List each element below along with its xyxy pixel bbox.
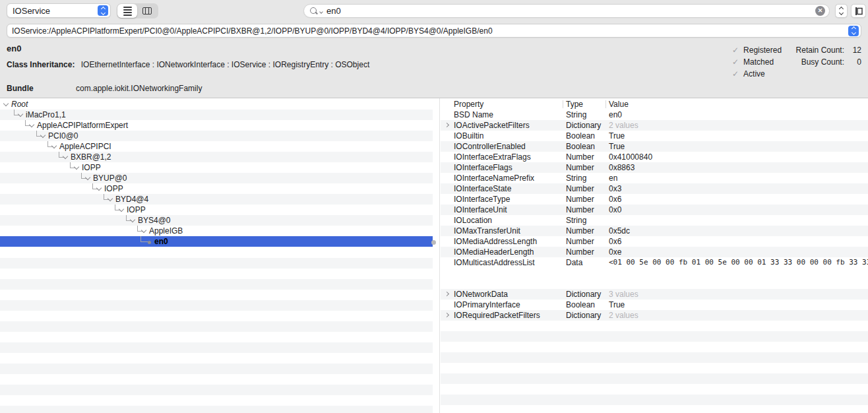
chevron-down-icon[interactable] (119, 206, 124, 212)
search-input-value[interactable]: en0 (326, 6, 815, 16)
chevron-down-icon[interactable] (74, 164, 79, 170)
column-header-type[interactable]: Type (566, 99, 609, 110)
table-row[interactable]: IOInterfaceFlags Number 0x8863 (441, 162, 868, 173)
table-row[interactable]: IOBuiltin Boolean True (441, 131, 868, 141)
chevron-down-icon[interactable] (130, 217, 135, 222)
property-cell: IOControllerEnabled (441, 141, 566, 152)
active-checkbox[interactable]: ✓ Active (732, 69, 765, 79)
table-row[interactable]: IOMediaHeaderLength Number 0xe (441, 247, 868, 257)
tree-node-bxbr[interactable]: BXBR@1,2 (0, 152, 433, 162)
tree-node-iopp-3[interactable]: IOPP (0, 205, 433, 215)
search-field[interactable]: en0 ✕ (303, 4, 830, 18)
table-row[interactable]: IOInterfaceType Number 0x6 (441, 194, 868, 205)
jump-to-result-button[interactable] (851, 4, 866, 18)
busy-count-row: Busy Count: 0 (786, 57, 861, 67)
table-row[interactable]: IOInterfaceExtraFlags Number 0x41000840 (441, 152, 868, 162)
value-cell: 0x0 (609, 205, 868, 215)
tree-node-appleacpiplatformexpert[interactable]: AppleACPIPlatformExpert (0, 120, 433, 131)
chevron-down-icon[interactable] (40, 133, 46, 138)
tree-node-appleacpipci[interactable]: AppleACPIPCI (0, 141, 433, 152)
registry-path-bar[interactable]: IOService:/AppleACPIPlatformExpert/PCI0@… (7, 24, 861, 38)
table-empty-rows (441, 321, 868, 413)
chevron-down-icon[interactable] (85, 175, 90, 180)
list-view-button[interactable] (117, 4, 137, 18)
column-header-property[interactable]: Property (441, 99, 566, 110)
table-row[interactable]: IOMulticastAddressList Data <01 00 5e 00… (441, 257, 868, 289)
registered-checkbox[interactable]: ✓ Registered (732, 46, 782, 55)
clear-search-button[interactable]: ✕ (815, 6, 825, 16)
type-cell: Boolean (566, 300, 609, 310)
value-cell: 0x3 (609, 183, 868, 194)
type-cell: Number (566, 236, 609, 247)
table-row[interactable]: IORequiredPacketFilters Dictionary 2 val… (441, 310, 868, 321)
property-cell: IOLocation (441, 215, 566, 226)
chevron-down-icon[interactable] (18, 111, 23, 117)
type-cell: Number (566, 194, 609, 205)
table-row[interactable]: IOInterfaceNamePrefix String en (441, 173, 868, 183)
table-row[interactable]: IOLocation String (441, 215, 868, 226)
tree-node-pci0[interactable]: PCI0@0 (0, 131, 433, 141)
tree-node-label: iMacPro1,1 (26, 110, 66, 119)
column-divider[interactable] (563, 100, 563, 108)
search-options-chevron-icon[interactable] (319, 10, 323, 14)
tree-node-iopp-2[interactable]: IOPP (0, 183, 433, 194)
column-divider[interactable] (605, 100, 606, 108)
chevron-down-icon[interactable] (108, 196, 113, 201)
tree-node-iopp-1[interactable]: IOPP (0, 162, 433, 173)
table-row[interactable]: IOControllerEnabled Boolean True (441, 141, 868, 152)
plane-selector[interactable]: IOService (7, 3, 111, 18)
property-cell: IOActivePacketFilters (441, 120, 566, 131)
chevron-down-icon[interactable] (96, 185, 102, 191)
table-row[interactable]: IOInterfaceUnit Number 0x0 (441, 205, 868, 215)
tree-node-root[interactable]: Root (0, 99, 433, 110)
search-result-stepper[interactable] (835, 4, 848, 18)
registered-label: Registered (743, 46, 782, 55)
column-view-button[interactable] (137, 4, 157, 18)
pane-divider[interactable] (439, 98, 440, 413)
table-row[interactable]: IOMaxTransferUnit Number 0x5dc (441, 226, 868, 236)
stepper-icon[interactable] (98, 5, 108, 16)
tree-node-bys4[interactable]: BYS4@0 (0, 215, 433, 226)
retain-count-row: Retain Count: 12 (786, 46, 861, 55)
tree-node-label: Root (11, 100, 28, 109)
chevron-down-icon[interactable] (29, 122, 34, 127)
scrollbar-thumb[interactable] (431, 240, 436, 245)
tree-node-imacpro[interactable]: iMacPro1,1 (0, 110, 433, 120)
property-cell: IOInterfaceFlags (441, 162, 566, 173)
property-cell: IOPrimaryInterface (441, 300, 566, 310)
table-row[interactable]: IONetworkData Dictionary 3 values (441, 289, 868, 300)
tree-node-en0-selected[interactable]: en0 (0, 236, 433, 247)
column-header-value[interactable]: Value (609, 99, 868, 110)
value-cell: 0x8863 (609, 162, 868, 173)
chevron-down-icon[interactable] (141, 228, 146, 233)
class-inheritance-row: Class Inheritance: IOEthernetInterface :… (7, 60, 369, 69)
path-stepper-icon[interactable] (848, 26, 859, 36)
page-title: en0 (7, 44, 21, 53)
matched-checkbox[interactable]: ✓ Matched (732, 57, 774, 67)
type-cell: String (566, 215, 609, 226)
value-cell: 0x6 (609, 236, 868, 247)
type-cell: Number (566, 247, 609, 257)
chevron-down-icon[interactable] (51, 143, 57, 148)
chevron-down-icon[interactable] (3, 101, 9, 106)
table-row[interactable]: IOPrimaryInterface Boolean True (441, 300, 868, 310)
type-cell: Dictionary (566, 310, 609, 321)
tree-node-byup[interactable]: BYUP@0 (0, 173, 433, 183)
view-mode-segmented-control (117, 3, 158, 18)
tree-node-byd4[interactable]: BYD4@4 (0, 194, 433, 205)
table-row[interactable]: IOMediaAddressLength Number 0x6 (441, 236, 868, 247)
table-row[interactable]: BSD Name String en0 (441, 110, 868, 120)
type-cell: Dictionary (566, 120, 609, 131)
tree-node-label: IOPP (104, 184, 123, 193)
tree-node-label: AppleACPIPlatformExpert (37, 121, 128, 130)
tree-node-label: BYD4@4 (115, 195, 148, 204)
leaf-node-icon (148, 241, 151, 244)
tree-node-appleigb[interactable]: AppleIGB (0, 226, 433, 236)
search-icon (309, 7, 319, 16)
chevron-down-icon[interactable] (63, 154, 68, 159)
type-cell: Number (566, 152, 609, 162)
value-cell: True (609, 300, 868, 310)
table-row[interactable]: IOInterfaceState Number 0x3 (441, 183, 868, 194)
busy-count-value: 0 (844, 57, 861, 67)
table-row[interactable]: IOActivePacketFilters Dictionary 2 value… (441, 120, 868, 131)
